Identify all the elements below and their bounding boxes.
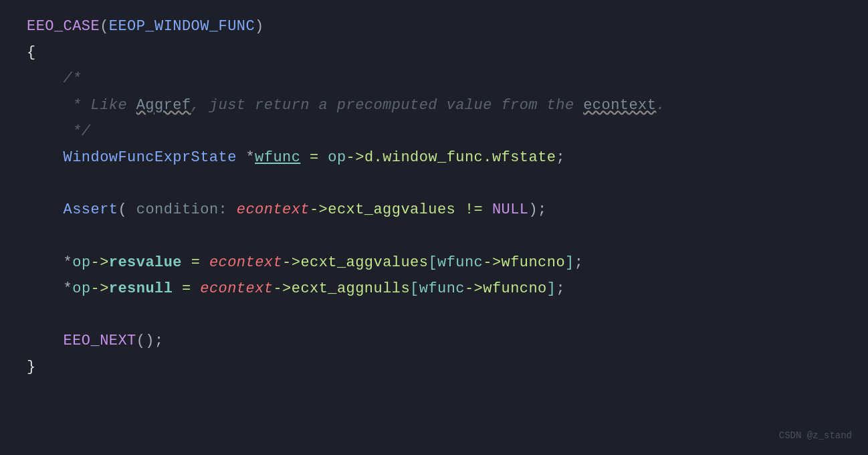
code-content-13: EEO_NEXT(); <box>27 329 164 353</box>
code-line-5: */ <box>0 118 868 145</box>
watermark: CSDN @z_stand <box>779 428 852 443</box>
code-line-8: Assert( condition: econtext->ecxt_aggval… <box>0 197 868 223</box>
code-content-1: EEO_CASE(EEOP_WINDOW_FUNC) <box>27 15 264 38</box>
code-line-13: EEO_NEXT(); <box>0 328 868 354</box>
code-content-5: */ <box>27 120 91 143</box>
code-line-11: *op->resnull = econtext->ecxt_aggnulls[w… <box>0 276 868 302</box>
code-content-8: Assert( condition: econtext->ecxt_aggval… <box>27 198 547 221</box>
code-content-3: /* <box>27 67 82 90</box>
code-content-4: * Like Aggref, just return a precomputed… <box>27 94 665 117</box>
code-line-2: { <box>0 39 868 66</box>
code-line-4: * Like Aggref, just return a precomputed… <box>0 92 868 118</box>
code-line-9 <box>0 223 868 250</box>
code-content-11: *op->resnull = econtext->ecxt_aggnulls[w… <box>27 277 565 300</box>
code-content-2: { <box>27 41 36 64</box>
code-line-10: *op->resvalue = econtext->ecxt_aggvalues… <box>0 250 868 276</box>
code-line-6: WindowFuncExprState *wfunc = op->d.windo… <box>0 145 868 171</box>
code-line-1: EEO_CASE(EEOP_WINDOW_FUNC) <box>0 13 868 39</box>
code-content-12 <box>27 303 36 327</box>
code-content-14: } <box>27 355 36 379</box>
code-content-9 <box>27 225 36 248</box>
code-line-3: /* <box>0 66 868 92</box>
code-content-6: WindowFuncExprState *wfunc = op->d.windo… <box>27 146 565 169</box>
code-content-10: *op->resvalue = econtext->ecxt_aggvalues… <box>27 251 583 274</box>
code-block: EEO_CASE(EEOP_WINDOW_FUNC) { /* * Like A… <box>0 0 868 455</box>
code-line-7 <box>0 171 868 197</box>
code-line-12 <box>0 302 868 328</box>
code-content-7 <box>27 172 36 195</box>
code-line-14: } <box>0 354 868 380</box>
